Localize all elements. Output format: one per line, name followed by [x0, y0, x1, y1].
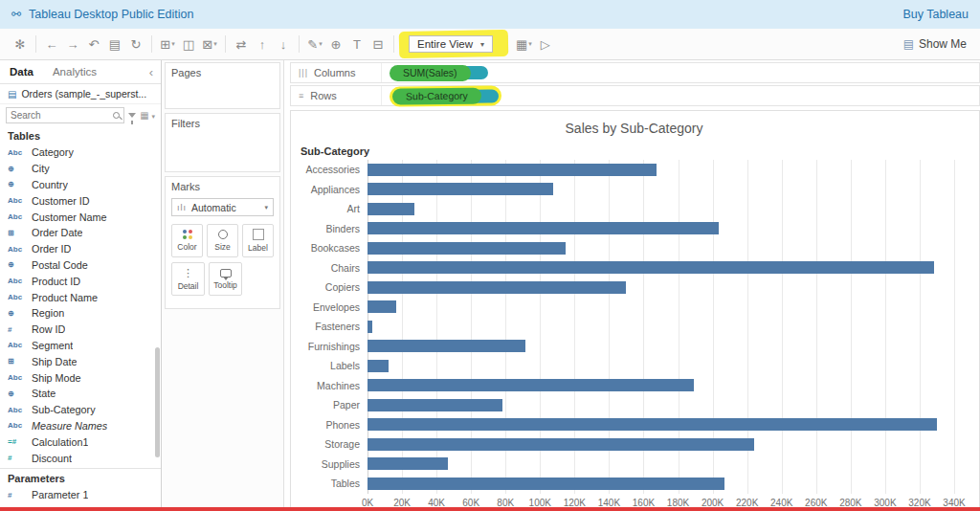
field-measure-names[interactable]: AbcMeasure Names — [0, 418, 161, 434]
bar-row — [368, 395, 954, 415]
tab-data[interactable]: Data — [0, 62, 43, 81]
columns-shelf[interactable]: ||| Columns SUM(Sales) — [290, 62, 980, 83]
field-product-name[interactable]: AbcProduct Name — [0, 289, 161, 305]
bar-fasteners[interactable] — [368, 321, 372, 333]
duplicate-icon[interactable]: ◫ — [178, 35, 199, 54]
tableau-window: ⚯ Tableau Desktop Public Edition Buy Tab… — [0, 0, 980, 511]
presentation-mode-icon[interactable]: ▷ — [535, 35, 556, 54]
pill-sub-category[interactable]: Sub-Category — [392, 87, 481, 104]
rows-pill-wrap: Sub-Category — [392, 87, 499, 104]
forward-icon[interactable]: → — [62, 35, 83, 54]
toolbar-separator — [299, 35, 300, 53]
x-tick-label: 120K — [564, 498, 586, 508]
bar-paper[interactable] — [368, 399, 502, 411]
bar-machines[interactable] — [368, 379, 694, 391]
undo-icon[interactable]: ↶ — [83, 35, 104, 54]
bar-copiers[interactable] — [368, 281, 626, 294]
sort-descending-icon[interactable]: ↓ — [273, 35, 294, 54]
tab-analytics[interactable]: Analytics — [43, 62, 106, 81]
bar-supplies[interactable] — [368, 457, 448, 470]
show-mark-labels-icon[interactable]: T — [346, 35, 368, 54]
clear-sheet-icon[interactable]: ⊠▾ — [199, 35, 220, 54]
bar-chart-icon: ılı — [177, 203, 187, 212]
buy-tableau-link[interactable]: Buy Tableau — [902, 8, 969, 21]
bar-labels[interactable] — [368, 360, 389, 372]
bar-envelopes[interactable] — [368, 300, 396, 313]
format-workbook-icon[interactable]: ▦▾ — [513, 35, 535, 54]
bar-accessories[interactable] — [368, 164, 657, 176]
field-order-date[interactable]: ⊞Order Date — [0, 225, 161, 241]
number-field-icon: # — [8, 491, 27, 500]
collapse-pane-icon[interactable]: ‹ — [142, 65, 161, 79]
bar-furnishings[interactable] — [368, 340, 525, 352]
sidebar-scrollbar[interactable] — [155, 347, 160, 457]
columns-label: Columns — [314, 67, 355, 78]
rows-shelf[interactable]: ≡ Rows Sub-Category — [290, 85, 980, 106]
group-members-icon[interactable]: ⊕ — [325, 35, 346, 54]
field-category[interactable]: AbcCategory — [0, 144, 161, 161]
mark-type-dropdown[interactable]: ılı Automatic ▾ — [171, 198, 274, 216]
swap-rows-columns-icon[interactable]: ⇄ — [231, 35, 252, 54]
fix-axes-icon[interactable]: ⊟ — [368, 35, 389, 54]
detail-icon — [183, 267, 193, 278]
bar-binders[interactable] — [368, 222, 719, 234]
marks-label-button[interactable]: Label — [242, 224, 274, 257]
field-row-id[interactable]: #Row ID — [0, 322, 161, 338]
category-label-storage: Storage — [299, 434, 368, 455]
fit-view-value: Entire View — [417, 38, 473, 50]
field-discount[interactable]: #Discount — [0, 450, 161, 466]
new-worksheet-icon[interactable]: ⊞▾ — [157, 35, 178, 54]
search-icon — [113, 112, 120, 119]
bar-art[interactable] — [368, 203, 414, 215]
bar-chairs[interactable] — [368, 261, 934, 274]
show-me-button[interactable]: ▤ Show Me — [900, 35, 970, 53]
field-city[interactable]: ⊕City — [0, 161, 161, 177]
marks-detail-button[interactable]: Detail — [171, 262, 205, 296]
field-sub-category[interactable]: AbcSub-Category — [0, 402, 161, 418]
category-label-furnishings: Furnishings — [299, 337, 368, 357]
search-input[interactable] — [11, 110, 113, 121]
field-parameter-1[interactable]: #Parameter 1 — [0, 487, 161, 503]
bar-row — [368, 434, 954, 455]
tableau-logo-icon: ⚯ — [11, 8, 21, 21]
field-ship-mode[interactable]: AbcShip Mode — [0, 369, 161, 386]
field-country[interactable]: ⊕Country — [0, 177, 161, 193]
marks-size-button[interactable]: Size — [207, 224, 238, 257]
bar-phones[interactable] — [368, 418, 937, 431]
text-field-icon: Abc — [8, 277, 27, 285]
field-product-id[interactable]: AbcProduct ID — [0, 273, 161, 289]
field-order-id[interactable]: AbcOrder ID — [0, 241, 161, 257]
field-ship-date[interactable]: ⊞Ship Date — [0, 353, 161, 369]
pages-shelf[interactable]: Pages — [165, 62, 280, 109]
toolbar-separator — [151, 35, 152, 53]
refresh-data-icon[interactable]: ↻ — [125, 35, 146, 54]
marks-tooltip-button[interactable]: Tooltip — [209, 262, 242, 296]
field-list: AbcCategory⊕City⊕CountryAbcCustomer IDAb… — [0, 144, 161, 466]
tableau-logo-icon[interactable]: ✻ — [10, 35, 31, 54]
save-icon[interactable]: ▤ — [104, 35, 125, 54]
view-options-icon[interactable]: ▦ ▾ — [140, 110, 155, 121]
field-segment[interactable]: AbcSegment — [0, 338, 161, 354]
filters-shelf[interactable]: Filters — [165, 113, 280, 172]
field-state[interactable]: ⊕State — [0, 386, 161, 402]
parameter-list: #Parameter 1 — [0, 487, 161, 503]
back-icon[interactable]: ← — [41, 35, 62, 54]
field-customer-name[interactable]: AbcCustomer Name — [0, 209, 161, 225]
filter-fields-icon[interactable] — [128, 113, 136, 118]
bar-appliances[interactable] — [368, 183, 553, 195]
field-customer-id[interactable]: AbcCustomer ID — [0, 192, 161, 209]
bar-tables[interactable] — [368, 478, 724, 490]
marks-color-button[interactable]: Color — [171, 224, 203, 257]
highlight-icon[interactable]: ✎▾ — [304, 35, 325, 54]
field-region[interactable]: ⊕Region — [0, 305, 161, 322]
pill-sum-sales[interactable]: SUM(Sales) — [390, 65, 471, 81]
field-postal-code[interactable]: ⊕Postal Code — [0, 257, 161, 274]
category-label-labels: Labels — [299, 356, 368, 376]
geographic-field-icon: ⊕ — [8, 165, 27, 173]
data-source-item[interactable]: ▤ Orders (sample_-_superst... — [0, 84, 161, 104]
fit-view-dropdown[interactable]: Entire View ▾ — [409, 35, 493, 53]
sort-ascending-icon[interactable]: ↑ — [252, 35, 273, 54]
bar-bookcases[interactable] — [368, 242, 566, 255]
field-calculation1[interactable]: =#Calculation1 — [0, 433, 161, 450]
bar-storage[interactable] — [368, 438, 754, 451]
